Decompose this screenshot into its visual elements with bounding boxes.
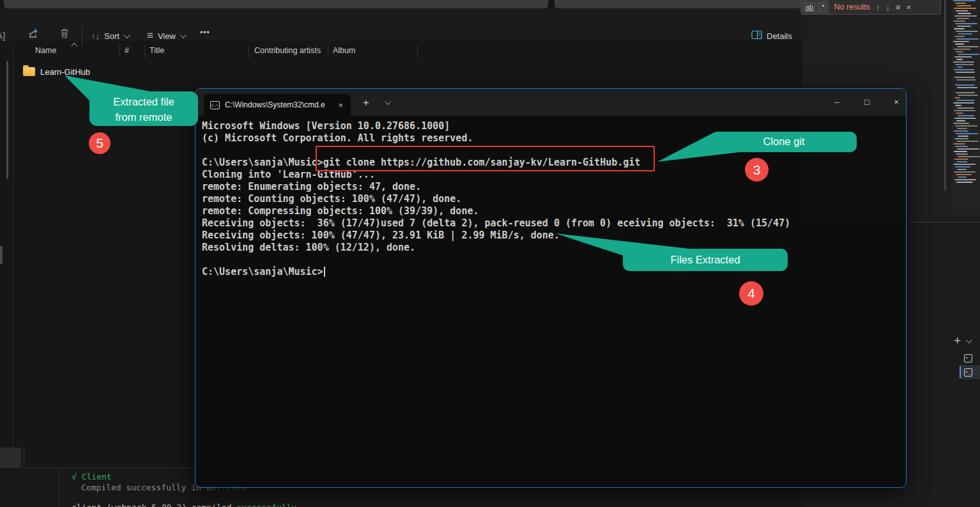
terminal-titlebar[interactable]: C:\ C:\Windows\System32\cmd.e × + – □ ×: [195, 89, 906, 116]
step-number-3: 3: [745, 158, 769, 182]
folder-icon: [23, 67, 35, 76]
callout-clone-git: Clone git: [711, 132, 857, 152]
step-number-4: 4: [739, 281, 763, 306]
column-divider: [328, 45, 328, 58]
terminal-icon: >_: [964, 368, 972, 377]
column-header-name[interactable]: Name: [35, 46, 56, 55]
terminal-line: Resolving deltas: 100% (12/12), done.: [202, 242, 415, 254]
editor-scrollbar[interactable]: [944, 0, 946, 191]
tab-dropdown-icon[interactable]: [385, 98, 391, 105]
terminal-tab-list: >_ >_: [960, 351, 980, 379]
delete-icon[interactable]: [59, 27, 70, 42]
scrollbar-thumb[interactable]: [6, 61, 8, 179]
statusbar-divider: [24, 448, 24, 467]
callout-text: Extracted file: [89, 94, 198, 109]
find-widget: ab .* No results ↑ ↓ ≡ ×: [800, 0, 941, 15]
pane-divider[interactable]: [13, 42, 13, 448]
terminal-tab[interactable]: >_: [960, 351, 980, 365]
sort-ascending-icon: [71, 43, 77, 49]
match-whole-word-icon[interactable]: ab: [804, 3, 815, 12]
file-list-item-folder[interactable]: Learn-GitHub: [23, 65, 90, 79]
terminal-line: (c) Microsoft Corporation. All rights re…: [202, 132, 473, 144]
view-icon: ≡: [147, 29, 153, 42]
search-bar[interactable]: [555, 0, 801, 8]
terminal-prompt-current[interactable]: C:\Users\sanja\Music>: [202, 266, 325, 278]
callout-files-extracted: Files Extracted: [623, 249, 788, 271]
column-divider: [249, 45, 249, 58]
folder-name: Learn-GitHub: [40, 67, 90, 77]
terminal-output: Microsoft Windows [Version 10.0.27686.10…: [195, 116, 906, 487]
find-results-status: No results: [834, 3, 870, 12]
chevron-down-icon: [180, 32, 187, 38]
column-header-title[interactable]: Title: [149, 46, 164, 55]
chevron-down-icon: [124, 32, 130, 38]
statusbar-block: [0, 448, 21, 467]
terminal-tab-cmd[interactable]: C:\ C:\Windows\System32\cmd.e ×: [204, 94, 351, 116]
sort-icon: ↑↓: [91, 31, 100, 41]
column-divider: [119, 45, 120, 58]
use-regex-icon[interactable]: .*: [818, 3, 826, 12]
terminal-line: remote: Compressing objects: 100% (39/39…: [202, 205, 479, 217]
cmd-icon: C:\: [210, 101, 220, 109]
callout-text: from remote: [89, 109, 198, 125]
explorer-toolbar: A] ↑↓ Sort ≡ View ••• Details: [0, 8, 802, 41]
step-number-5: 5: [89, 132, 111, 154]
sort-button[interactable]: ↑↓ Sort: [91, 27, 128, 44]
address-bar[interactable]: [4, 0, 548, 8]
terminal-line: Microsoft Windows [Version 10.0.27686.10…: [202, 120, 450, 132]
terminal-icon: >_: [964, 354, 972, 363]
column-header-artists[interactable]: Contributing artists: [254, 46, 321, 55]
new-tab-button[interactable]: +: [363, 97, 369, 109]
terminal-line: remote: Enumerating objects: 47, done.: [202, 181, 421, 193]
details-pane-icon: [751, 30, 762, 42]
column-header-row: Name # Title Contributing artists Album: [14, 43, 802, 59]
client-status: √ Client: [72, 472, 112, 481]
rename-icon[interactable]: A]: [0, 29, 5, 42]
terminal-actions: +: [954, 335, 970, 347]
find-next-button[interactable]: ↓: [885, 3, 890, 12]
terminal-line: remote: Counting objects: 100% (47/47), …: [202, 193, 461, 205]
text-cursor: [324, 267, 325, 277]
find-input-end: ab .*: [801, 0, 829, 14]
terminal-tab-selected[interactable]: >_: [960, 365, 980, 379]
minimize-button[interactable]: –: [824, 94, 850, 111]
maximize-button[interactable]: □: [854, 94, 880, 111]
callout-extracted-file: Extracted file from remote: [89, 91, 198, 126]
panel-divider: [59, 468, 59, 507]
column-header-number[interactable]: #: [125, 46, 129, 55]
column-divider: [144, 45, 145, 58]
view-button[interactable]: ≡ View: [147, 27, 185, 44]
column-divider: [417, 45, 418, 58]
toolbar-divider: [82, 26, 82, 45]
command-highlight-box: [316, 146, 655, 171]
more-options-button[interactable]: •••: [200, 26, 210, 39]
terminal-tab-title: C:\Windows\System32\cmd.e: [225, 100, 332, 109]
minimap[interactable]: [952, 0, 980, 215]
close-button[interactable]: ×: [884, 94, 909, 111]
share-icon[interactable]: [28, 27, 40, 42]
terminal-dropdown-icon[interactable]: [966, 337, 972, 343]
column-header-album[interactable]: Album: [333, 46, 355, 55]
find-close-button[interactable]: ×: [906, 3, 911, 12]
terminal-line: Receiving objects: 100% (47/47), 23.91 K…: [202, 230, 560, 242]
screen: A] ↑↓ Sort ≡ View ••• Details: [0, 0, 980, 507]
find-previous-button[interactable]: ↑: [876, 3, 880, 12]
scrollbar-nub[interactable]: [0, 246, 3, 264]
new-terminal-button[interactable]: +: [954, 335, 961, 347]
tab-close-button[interactable]: ×: [337, 100, 344, 110]
clipped-output-line: client (webpack 5.88.2) compiled success…: [72, 503, 404, 507]
details-button[interactable]: Details: [751, 27, 792, 44]
find-in-selection-button[interactable]: ≡: [896, 3, 901, 12]
terminal-line: Receiving objects: 36% (17/47)used 7 (de…: [202, 217, 790, 230]
